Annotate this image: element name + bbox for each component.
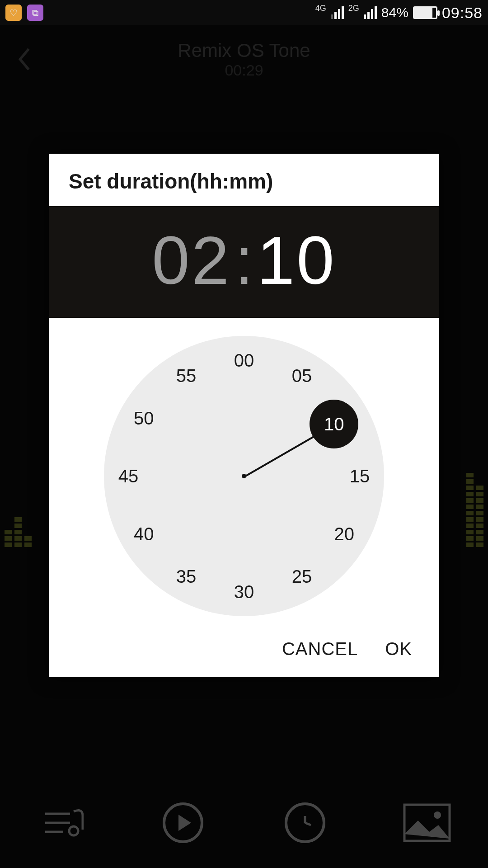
playlist-icon[interactable] bbox=[34, 796, 88, 850]
svg-point-3 bbox=[69, 826, 78, 835]
minute-tick-15[interactable]: 15 bbox=[350, 466, 370, 486]
minute-tick-55[interactable]: 55 bbox=[176, 366, 197, 386]
dialog-title: Set duration(hh:mm) bbox=[49, 154, 439, 206]
battery-percent: 84% bbox=[381, 5, 408, 20]
play-icon[interactable] bbox=[156, 796, 210, 850]
clock-hand bbox=[244, 434, 317, 477]
ok-button[interactable]: OK bbox=[385, 639, 412, 659]
minute-knob[interactable]: 10 bbox=[310, 400, 358, 448]
notification-icon-1: ♡ bbox=[5, 5, 22, 21]
minute-tick-50[interactable]: 50 bbox=[134, 408, 154, 429]
minute-tick-30[interactable]: 30 bbox=[234, 582, 254, 602]
signal-2-icon bbox=[364, 6, 377, 19]
hours-value[interactable]: 02 bbox=[152, 222, 231, 298]
status-bar: ♡ ⧉ 4G 2G 84% 09:58 bbox=[0, 0, 488, 25]
signal-1-icon bbox=[331, 6, 344, 19]
network-1-label: 4G bbox=[315, 4, 326, 13]
minute-tick-40[interactable]: 40 bbox=[134, 524, 154, 544]
minute-tick-35[interactable]: 35 bbox=[176, 566, 197, 586]
minute-picker-clock[interactable]: 000515202530354045505510 bbox=[104, 336, 384, 616]
dialog-actions: CANCEL OK bbox=[49, 627, 439, 677]
minute-tick-00[interactable]: 00 bbox=[234, 350, 254, 371]
svg-point-7 bbox=[434, 811, 441, 819]
cancel-button[interactable]: CANCEL bbox=[282, 639, 358, 659]
minute-tick-20[interactable]: 20 bbox=[334, 524, 354, 544]
status-time: 09:58 bbox=[442, 4, 483, 22]
minute-tick-05[interactable]: 05 bbox=[292, 366, 312, 386]
minutes-value[interactable]: 10 bbox=[257, 222, 336, 298]
duration-display: 02:10 bbox=[49, 206, 439, 318]
set-duration-dialog: Set duration(hh:mm) 02:10 00051520253035… bbox=[49, 154, 439, 677]
image-icon[interactable] bbox=[400, 796, 454, 850]
bottom-nav bbox=[0, 778, 488, 868]
network-2-label: 2G bbox=[348, 4, 359, 13]
status-left: ♡ ⧉ bbox=[5, 5, 43, 21]
minute-tick-45[interactable]: 45 bbox=[118, 466, 139, 486]
status-right: 4G 2G 84% 09:58 bbox=[315, 4, 483, 22]
minute-tick-25[interactable]: 25 bbox=[292, 566, 312, 586]
battery-icon bbox=[413, 6, 437, 19]
notification-icon-2: ⧉ bbox=[27, 5, 43, 21]
time-colon: : bbox=[231, 222, 257, 298]
clock-icon[interactable] bbox=[278, 796, 332, 850]
svg-line-5 bbox=[305, 823, 311, 825]
